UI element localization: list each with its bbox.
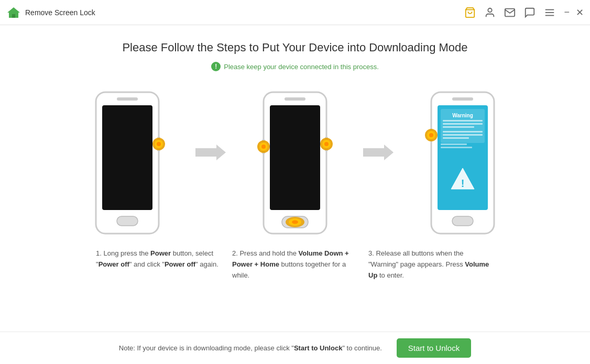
svg-point-51 [429,133,433,137]
svg-rect-47 [452,216,473,226]
svg-rect-8 [102,105,152,210]
svg-rect-36 [443,120,483,122]
svg-rect-10 [117,216,138,226]
svg-text:!: ! [461,178,465,189]
svg-rect-37 [443,123,483,125]
svg-point-26 [261,145,266,149]
arrow-2 [363,142,395,163]
page-title: Please Follow the Steps to Put Your Devi… [122,41,467,54]
window-controls: − ✕ [564,7,584,18]
step-3-phone: Warning ! [395,87,531,239]
chat-icon[interactable] [524,7,536,18]
svg-point-14 [157,142,161,146]
svg-rect-18 [285,97,305,101]
mail-icon[interactable] [504,7,516,18]
svg-rect-40 [443,134,483,136]
bottom-bar: Note: If your device is in downloading m… [0,332,590,364]
step-1-phone [59,87,195,239]
svg-rect-1 [12,14,15,18]
info-icon: ! [211,62,221,71]
arrow-icon-2 [363,142,395,163]
arrow-icon-1 [195,142,227,163]
svg-rect-38 [443,126,474,128]
svg-rect-17 [270,105,320,210]
step-1-desc: 1. Long press the Power button, select "… [91,248,227,281]
close-button[interactable]: ✕ [576,7,584,18]
minimize-button[interactable]: − [564,7,570,18]
step-3-desc: 3. Release all buttons when the "Warning… [363,248,499,281]
phone-step1 [85,87,169,239]
phone-step2 [253,87,337,239]
steps-container: Warning ! [31,87,559,239]
step-2-phone [227,87,363,239]
svg-marker-15 [195,145,226,160]
svg-rect-39 [443,131,483,133]
info-text: Please keep your device connected in thi… [224,63,379,71]
cart-icon[interactable] [464,7,476,18]
svg-point-22 [292,220,298,224]
svg-marker-31 [363,145,394,160]
step-2-desc: 2. Press and hold the Volume Down + Powe… [227,248,363,281]
app-title: Remove Screen Lock [25,8,464,17]
main-content: Please Follow the Steps to Put Your Devi… [0,25,590,291]
svg-rect-9 [117,97,138,101]
svg-rect-41 [443,137,469,139]
svg-rect-42 [441,144,467,145]
svg-text:Warning: Warning [452,113,473,118]
svg-point-30 [324,142,329,146]
svg-rect-43 [441,147,472,148]
svg-rect-46 [452,97,473,101]
menu-icon[interactable] [544,7,555,18]
title-bar: Remove Screen Lock − ✕ [0,0,590,25]
account-icon[interactable] [484,7,496,18]
arrow-1 [195,142,227,163]
steps-text: 1. Long press the Power button, select "… [80,248,510,281]
info-bar: ! Please keep your device connected in t… [211,62,379,71]
svg-point-3 [488,8,492,12]
start-to-unlock-button[interactable]: Start to Unlock [397,338,471,358]
bottom-note: Note: If your device is in downloading m… [119,344,382,352]
header-actions [464,7,555,18]
app-icon [6,5,21,20]
phone-step3: Warning ! [421,87,505,239]
